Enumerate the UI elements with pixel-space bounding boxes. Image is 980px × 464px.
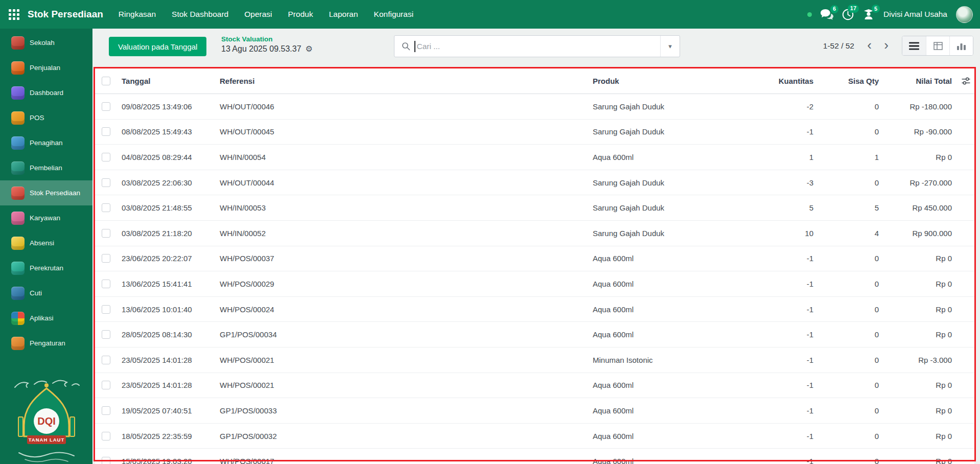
company-name[interactable]: Divisi Amal Usaha (883, 10, 947, 19)
navbar-menu-ringkasan[interactable]: Ringkasan (119, 10, 156, 19)
column-header-produk[interactable]: Produk (588, 77, 741, 85)
cell-sisa-qty: 0 (819, 432, 884, 440)
requests-button[interactable]: 5 (862, 9, 875, 20)
table-row[interactable]: 08/08/2025 15:49:43 WH/OUT/00045 Sarung … (95, 120, 974, 145)
sidebar-item-dashboard[interactable]: Dashboard (0, 80, 92, 105)
cell-produk: Sarung Gajah Duduk (588, 229, 741, 238)
cell-sisa-qty: 0 (819, 381, 884, 389)
sidebar-item-penjualan[interactable]: Penjualan (0, 55, 92, 80)
table-row[interactable]: 03/08/2025 21:48:55 WH/IN/00053 Sarung G… (95, 195, 974, 221)
navbar-menu-laporan[interactable]: Laporan (329, 10, 358, 19)
column-header-kuantitas[interactable]: Kuantitas (741, 77, 819, 85)
table-row[interactable]: 28/05/2025 08:14:30 GP1/POS/00034 Aqua 6… (95, 322, 974, 347)
select-all-checkbox[interactable] (102, 77, 110, 85)
column-header-nilai-total[interactable]: Nilai Total (884, 77, 957, 85)
records-table: Tanggal Referensi Produk Kuantitas Sisa … (95, 68, 974, 464)
table-row[interactable]: 13/06/2025 15:41:41 WH/POS/00029 Aqua 60… (95, 271, 974, 297)
row-checkbox[interactable] (102, 203, 110, 212)
cell-produk: Aqua 600ml (588, 457, 741, 464)
activities-button[interactable]: 17 (842, 9, 854, 20)
recruitment-icon (11, 262, 25, 275)
row-checkbox[interactable] (102, 229, 110, 238)
optional-columns-button[interactable] (957, 77, 974, 85)
pager-previous-button[interactable]: ‹ (861, 36, 878, 55)
list-view-button[interactable] (902, 36, 926, 55)
row-checkbox[interactable] (102, 330, 110, 339)
table-row[interactable]: 23/05/2025 14:01:28 WH/POS/00021 Aqua 60… (95, 373, 974, 399)
row-checkbox[interactable] (102, 381, 110, 389)
graph-view-button[interactable] (949, 36, 973, 55)
navbar-menu-stok-dashboard[interactable]: Stok Dashboard (172, 10, 228, 19)
row-checkbox[interactable] (102, 102, 110, 111)
row-checkbox[interactable] (102, 457, 110, 464)
navbar-menu-produk[interactable]: Produk (288, 10, 313, 19)
sidebar-item-label: Aplikasi (30, 314, 54, 322)
sidebar-item-penagihan[interactable]: Penagihan (0, 130, 92, 155)
table-row[interactable]: 18/05/2025 22:35:59 GP1/POS/00032 Aqua 6… (95, 424, 974, 449)
navbar-menu-konfigurasi[interactable]: Konfigurasi (374, 10, 414, 19)
sidebar-item-absensi[interactable]: Absensi (0, 230, 92, 256)
cell-nilai-total: Rp 0 (884, 457, 957, 464)
sidebar-item-label: Stok Persediaan (30, 189, 80, 197)
row-checkbox[interactable] (102, 432, 110, 440)
column-header-sisa-qty[interactable]: Sisa Qty (819, 77, 884, 85)
table-row[interactable]: 13/06/2025 10:01:40 WH/POS/00024 Aqua 60… (95, 297, 974, 322)
breadcrumb-title[interactable]: Stock Valuation (221, 35, 313, 43)
sidebar-item-cuti[interactable]: Cuti (0, 281, 92, 306)
cell-sisa-qty: 0 (819, 178, 884, 187)
pivot-view-button[interactable] (926, 36, 949, 55)
valuation-at-date-button[interactable]: Valuation pada Tanggal (109, 37, 206, 56)
column-header-tanggal[interactable]: Tanggal (116, 77, 215, 85)
breadcrumb: Stock Valuation 13 Agu 2025 09.53.37 ⚙ (221, 35, 313, 54)
sidebar-item-pembelian[interactable]: Pembelian (0, 155, 92, 180)
row-checkbox[interactable] (102, 153, 110, 161)
sidebar-item-karyawan[interactable]: Karyawan (0, 205, 92, 230)
sidebar-item-sekolah[interactable]: Sekolah (0, 30, 92, 55)
cell-referensi: WH/POS/00029 (215, 280, 588, 288)
row-checkbox[interactable] (102, 356, 110, 364)
row-checkbox[interactable] (102, 305, 110, 314)
row-checkbox[interactable] (102, 280, 110, 288)
cell-tanggal: 03/08/2025 21:18:20 (116, 229, 215, 238)
cell-tanggal: 13/06/2025 15:41:41 (116, 280, 215, 288)
table-row[interactable]: 15/05/2025 19:03:20 WH/POS/00017 Aqua 60… (95, 449, 974, 464)
cell-sisa-qty: 4 (819, 229, 884, 238)
sidebar-item-perekrutan[interactable]: Perekrutan (0, 256, 92, 281)
cell-kuantitas: 5 (741, 203, 819, 212)
employees-icon (11, 212, 25, 225)
table-row[interactable]: 23/05/2025 14:01:28 WH/POS/00021 Minuman… (95, 347, 974, 373)
row-checkbox[interactable] (102, 178, 110, 187)
table-row[interactable]: 03/08/2025 22:06:30 WH/OUT/00044 Sarung … (95, 170, 974, 196)
cell-nilai-total: Rp -90.000 (884, 127, 957, 136)
cell-kuantitas: -2 (741, 102, 819, 111)
sidebar-item-aplikasi[interactable]: Aplikasi (0, 306, 92, 331)
table-row[interactable]: 04/08/2025 08:29:44 WH/IN/00054 Aqua 600… (95, 145, 974, 170)
sidebar-item-stok-persediaan[interactable]: Stok Persediaan (0, 180, 92, 205)
table-row[interactable]: 03/08/2025 21:18:20 WH/IN/00052 Sarung G… (95, 221, 974, 246)
cell-referensi: WH/OUT/00045 (215, 127, 588, 136)
table-row[interactable]: 09/08/2025 13:49:06 WH/OUT/00046 Sarung … (95, 94, 974, 120)
search-input[interactable] (417, 36, 661, 57)
table-row[interactable]: 19/05/2025 07:40:51 GP1/POS/00033 Aqua 6… (95, 398, 974, 424)
search-bar[interactable]: ▾ (394, 35, 680, 57)
column-header-referensi[interactable]: Referensi (215, 77, 588, 85)
table-row[interactable]: 23/06/2025 20:22:07 WH/POS/00037 Aqua 60… (95, 246, 974, 272)
cell-nilai-total: Rp 0 (884, 305, 957, 314)
cell-sisa-qty: 0 (819, 127, 884, 136)
navbar-menu-operasi[interactable]: Operasi (244, 10, 272, 19)
text-cursor (414, 41, 415, 52)
row-checkbox[interactable] (102, 127, 110, 136)
app-title[interactable]: Stok Persediaan (28, 9, 103, 20)
cell-referensi: WH/POS/00021 (215, 356, 588, 364)
apps-menu-button[interactable] (0, 0, 28, 29)
row-checkbox[interactable] (102, 406, 110, 415)
cell-produk: Aqua 600ml (588, 254, 741, 263)
messages-button[interactable]: 6 (821, 9, 833, 20)
pager-next-button[interactable]: › (878, 36, 895, 55)
sidebar-item-pos[interactable]: POS (0, 105, 92, 130)
sidebar-item-pengaturan[interactable]: Pengaturan (0, 331, 92, 356)
search-dropdown-toggle[interactable]: ▾ (660, 36, 680, 57)
row-checkbox[interactable] (102, 254, 110, 263)
user-avatar[interactable] (956, 6, 973, 23)
gear-icon[interactable]: ⚙ (306, 45, 313, 53)
